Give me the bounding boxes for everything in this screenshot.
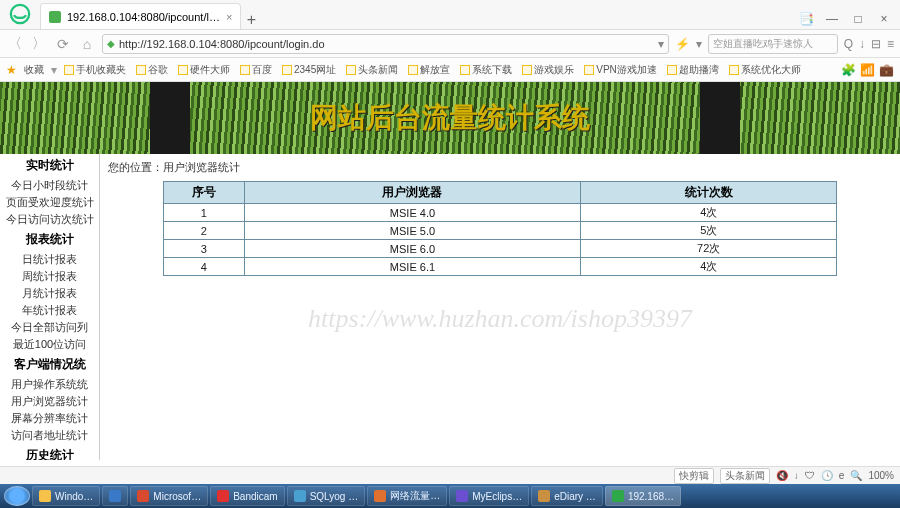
sidebar-item[interactable]: 今日全部访问列 <box>0 319 99 336</box>
bookmark-item[interactable]: 硬件大师 <box>175 62 233 78</box>
close-button[interactable]: × <box>872 9 896 29</box>
back-button[interactable]: 〈 <box>6 35 24 53</box>
search-input[interactable]: 空姐直播吃鸡手速惊人 <box>708 34 838 54</box>
taskbar-item[interactable]: Microsof… <box>130 486 208 506</box>
tab-close-icon[interactable]: × <box>226 11 232 23</box>
browser-tab-bar: 192.168.0.104:8080/ipcount/l… × + 📑 — □ … <box>0 0 900 30</box>
page-banner: 网站后台流量统计系统 <box>0 82 900 154</box>
bookmark-item[interactable]: 系统下载 <box>457 62 515 78</box>
bookmark-item[interactable]: 系统优化大师 <box>726 62 804 78</box>
search-icon[interactable]: Q <box>844 37 853 51</box>
media-icon[interactable]: 📶 <box>860 63 875 77</box>
taskbar-item[interactable]: 网络流量… <box>367 486 447 506</box>
bookmark-item[interactable]: 解放宣 <box>405 62 453 78</box>
sidebar-item[interactable]: 日统计报表 <box>0 251 99 268</box>
zoom-out-icon[interactable]: 🔍 <box>850 470 862 481</box>
table-header: 用户浏览器 <box>244 182 581 204</box>
download-status-icon[interactable]: ↓ <box>794 470 799 481</box>
bookmark-item[interactable]: 超助播湾 <box>664 62 722 78</box>
svg-point-0 <box>11 5 29 23</box>
sidebar-group-title: 报表统计 <box>0 228 99 251</box>
bookmark-item[interactable]: 2345网址 <box>279 62 339 78</box>
table-cell: 4次 <box>581 258 837 276</box>
download-icon[interactable]: ↓ <box>859 37 865 51</box>
sidebar-group-title: 实时统计 <box>0 154 99 177</box>
sidebar-item[interactable]: 页面受欢迎度统计 <box>0 194 99 211</box>
sidebar-item[interactable]: 用户浏览器统计 <box>0 393 99 410</box>
table-cell: MSIE 6.0 <box>244 240 581 258</box>
bookmark-item[interactable]: 手机收藏夹 <box>61 62 129 78</box>
chevron-down-icon[interactable]: ▾ <box>658 37 664 51</box>
table-row: 1MSIE 4.04次 <box>163 204 836 222</box>
watermark-text: https://www.huzhan.com/ishop39397 <box>308 304 692 334</box>
sidebar-item[interactable]: 今日访问访次统计 <box>0 211 99 228</box>
menu-icon[interactable]: ≡ <box>887 37 894 51</box>
taskbar-item[interactable]: Windo… <box>32 486 100 506</box>
clock-icon[interactable]: 🕓 <box>821 470 833 481</box>
taskbar: Windo…Microsof…BandicamSQLyog …网络流量…MyEc… <box>0 484 900 508</box>
mute-icon[interactable]: 🔇 <box>776 470 788 481</box>
sidebar-item[interactable]: 用户操作系统统 <box>0 376 99 393</box>
taskbar-item[interactable]: 192.168… <box>605 486 681 506</box>
forward-button[interactable]: 〉 <box>30 35 48 53</box>
taskbar-item[interactable]: eDiary … <box>531 486 603 506</box>
bookmark-item[interactable]: 游戏娱乐 <box>519 62 577 78</box>
chevron-down-icon[interactable]: ▾ <box>51 63 57 77</box>
sidebar-item[interactable]: 最近100位访问 <box>0 336 99 353</box>
home-button[interactable]: ⌂ <box>78 35 96 53</box>
sidebar-item[interactable]: 年统计报表 <box>0 302 99 319</box>
stats-table: 序号用户浏览器统计次数 1MSIE 4.04次2MSIE 5.05次3MSIE … <box>163 181 837 276</box>
bookmark-item[interactable]: 谷歌 <box>133 62 171 78</box>
app-icon <box>612 490 624 502</box>
refresh-button[interactable]: ⟳ <box>54 35 72 53</box>
app-icon <box>456 490 468 502</box>
app-icon <box>374 490 386 502</box>
tab-title: 192.168.0.104:8080/ipcount/l… <box>67 11 220 23</box>
sidebar-item[interactable]: 今日小时段统计 <box>0 177 99 194</box>
banner-title: 网站后台流量统计系统 <box>310 99 590 137</box>
favorites-label[interactable]: 收藏 <box>21 62 47 78</box>
app-icon <box>538 490 550 502</box>
table-cell: 4次 <box>581 204 837 222</box>
url-input[interactable]: ◆ http://192.168.0.104:8080/ipcount/logi… <box>102 34 669 54</box>
extension-icon[interactable]: 🧩 <box>841 63 856 77</box>
tab-favicon <box>49 11 61 23</box>
bookmark-item[interactable]: 头条新闻 <box>343 62 401 78</box>
taskbar-item[interactable] <box>102 486 128 506</box>
start-button[interactable] <box>4 486 30 506</box>
sidebar-item[interactable]: 屏幕分辨率统计 <box>0 410 99 427</box>
bookmark-item[interactable]: VPN游戏加速 <box>581 62 660 78</box>
taskbar-item[interactable]: MyEclips… <box>449 486 529 506</box>
window-controls: 📑 — □ × <box>794 9 900 29</box>
browser-tab[interactable]: 192.168.0.104:8080/ipcount/l… × <box>40 3 241 29</box>
chevron-down-icon[interactable]: ▾ <box>696 37 702 51</box>
browser-logo <box>0 0 40 29</box>
app-icon <box>137 490 149 502</box>
speed-icon[interactable]: ⚡ <box>675 37 690 51</box>
quick-edit-button[interactable]: 快剪辑 <box>674 468 714 484</box>
bookmarks-bar: ★ 收藏 ▾ 手机收藏夹谷歌硬件大师百度2345网址头条新闻解放宣系统下载游戏娱… <box>0 58 900 82</box>
dash-icon[interactable]: ⊟ <box>871 37 881 51</box>
new-tab-button[interactable]: + <box>241 11 261 29</box>
sidebar-group-title: 客户端情况统 <box>0 353 99 376</box>
app-icon <box>294 490 306 502</box>
compat-icon[interactable]: e <box>839 470 845 481</box>
bookmark-item[interactable]: 百度 <box>237 62 275 78</box>
shield-status-icon[interactable]: 🛡 <box>805 470 815 481</box>
sidebar-item[interactable]: 月统计报表 <box>0 285 99 302</box>
settings-icon[interactable]: 📑 <box>794 9 818 29</box>
sidebar-item[interactable]: 周统计报表 <box>0 268 99 285</box>
headlines-button[interactable]: 头条新闻 <box>720 468 770 484</box>
minimize-button[interactable]: — <box>820 9 844 29</box>
main-content: 您的位置：用户浏览器统计 序号用户浏览器统计次数 1MSIE 4.04次2MSI… <box>100 154 900 460</box>
address-bar: 〈 〉 ⟳ ⌂ ◆ http://192.168.0.104:8080/ipco… <box>0 30 900 58</box>
taskbar-item[interactable]: Bandicam <box>210 486 284 506</box>
sidebar-item[interactable]: 访问者地址统计 <box>0 427 99 444</box>
maximize-button[interactable]: □ <box>846 9 870 29</box>
table-cell: MSIE 6.1 <box>244 258 581 276</box>
wallet-icon[interactable]: 💼 <box>879 63 894 77</box>
table-header: 序号 <box>163 182 244 204</box>
taskbar-item[interactable]: SQLyog … <box>287 486 366 506</box>
favorites-star-icon[interactable]: ★ <box>6 63 17 77</box>
sidebar-group-title: 历史统计 <box>0 444 99 460</box>
